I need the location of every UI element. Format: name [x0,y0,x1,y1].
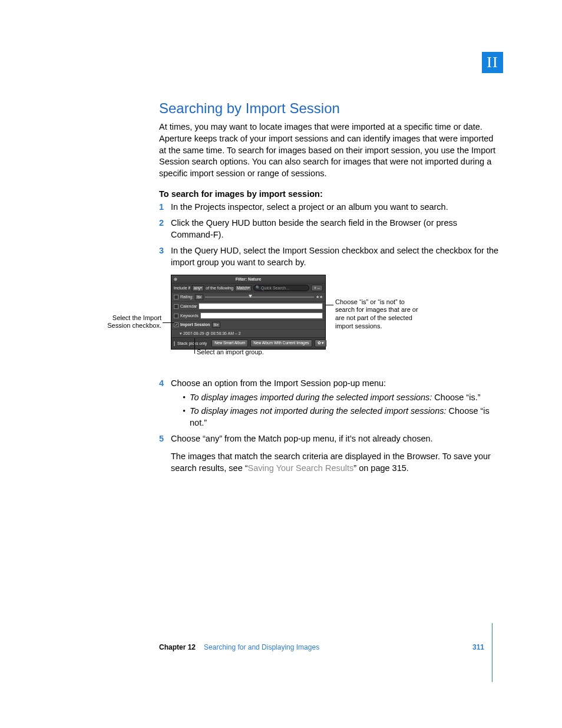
gear-menu-button[interactable]: ✿ ▾ [315,340,326,347]
step-3: 3In the Query HUD, select the Import Ses… [159,245,501,268]
import-session-popup[interactable]: is [212,322,220,328]
callout-right: Choose “is” or “is not” to search for im… [326,298,420,331]
hud-titlebar: ⊗ Filter: Nature [171,275,325,283]
stack-picks-label: Stack picks only [177,341,207,346]
page-number: 311 [472,643,484,651]
section-heading: Searching by Import Session [159,99,501,118]
rating-popup[interactable]: is [195,294,203,300]
step-2-text: Click the Query HUD button beside the se… [171,218,457,239]
stack-picks-checkbox[interactable] [174,341,175,346]
part-tab: II [482,52,503,73]
step-1-text: In the Projects inspector, select a proj… [171,202,448,212]
hud-import-session-row: Import Session is [171,320,325,329]
callout-left: Select the Import Session checkbox. [88,314,171,331]
step-4-text: Choose an option from the Import Session… [171,378,386,388]
step-4-bullet-1-lead: To display images imported during the se… [190,393,432,402]
main-content: Searching by Import Session At times, yo… [159,99,501,474]
rating-label: Rating: [180,294,193,299]
calendar-field[interactable] [199,303,323,309]
step-5-text: Choose “any” from the Match pop-up menu,… [171,434,433,443]
keywords-field[interactable] [200,312,323,319]
calendar-checkbox[interactable] [174,304,178,309]
steps-list: 1In the Projects inspector, select a pro… [159,202,501,269]
task-heading: To search for images by import session: [159,189,501,200]
new-album-button[interactable]: New Album With Current Images [250,340,312,347]
close-icon[interactable]: ⊗ [174,276,177,282]
rating-checkbox[interactable] [174,295,178,299]
callout-right-line [326,305,333,305]
add-remove-button[interactable]: + – [311,285,323,291]
step-4: 4 Choose an option from the Import Sessi… [159,378,501,429]
result-after: ” on page 315. [353,463,409,473]
step-4-bullet-2: To display images not imported during th… [183,406,501,429]
steps-list-continued: 4 Choose an option from the Import Sessi… [159,378,501,445]
hud-include-row: Include if any of the following Match Qu… [171,283,325,292]
hud-title: Filter: Nature [236,277,262,281]
hud-rating-row: Rating: is ★★ [171,292,325,301]
import-group-item[interactable]: 2007-08-29 @ 08:58:36 AM – 2 [171,329,325,337]
keywords-checkbox[interactable] [174,314,178,318]
right-margin-rule [492,623,492,682]
rating-slider[interactable] [205,294,314,300]
of-following-label: of the following [206,285,233,291]
chapter-number: Chapter 12 [159,643,196,651]
step-1: 1In the Projects inspector, select a pro… [159,202,501,213]
hud-keywords-row: Keywords [171,311,325,320]
step-2: 2Click the Query HUD button beside the s… [159,218,501,241]
search-input[interactable]: Quick Search… [253,285,309,291]
keywords-label: Keywords [180,313,199,318]
intro-paragraph: At times, you may want to locate images … [159,121,501,179]
hud-calendar-row: Calendar [171,301,325,311]
new-smart-album-button[interactable]: New Smart Album [211,340,248,347]
result-paragraph: The images that match the search criteri… [159,451,501,474]
import-session-checkbox[interactable] [174,322,178,327]
rating-stars: ★★ [316,294,323,299]
step-4-bullet-1-rest: Choose “is.” [432,393,480,402]
calendar-label: Calendar [180,304,197,309]
step-4-bullets: To display images imported during the se… [171,392,501,429]
callout-bottom: Select an import group. [197,348,264,357]
step-3-text: In the Query HUD, select the Import Sess… [171,246,498,267]
import-session-label: Import Session [180,322,210,327]
callout-left-line [163,322,174,323]
match-popup[interactable]: Match [235,285,252,291]
include-if-label: Include if [174,285,190,291]
step-5: 5Choose “any” from the Match pop-up menu… [159,433,501,445]
xref-saving-results[interactable]: Saving Your Search Results [248,463,354,473]
chapter-name: Searching for and Displaying Images [204,643,472,651]
step-4-bullet-2-lead: To display images not imported during th… [190,406,447,416]
callout-bottom-line [194,338,195,354]
step-4-bullet-1: To display images imported during the se… [183,392,501,404]
page-footer: Chapter 12 Searching for and Displaying … [159,643,484,651]
query-hud-figure: Select the Import Session checkbox. ⊗ Fi… [171,275,501,371]
any-popup[interactable]: any [192,285,204,291]
